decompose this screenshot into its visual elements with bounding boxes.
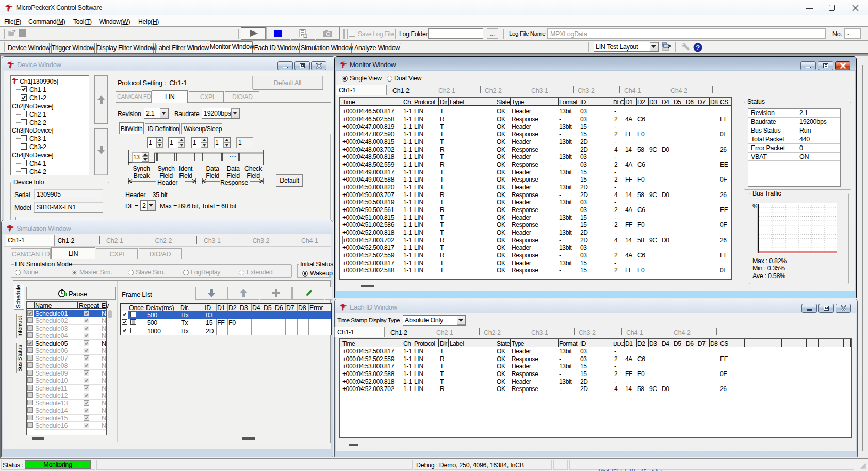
svg-text:····: ···· xyxy=(229,153,237,160)
svg-text:?: ? xyxy=(696,44,700,52)
